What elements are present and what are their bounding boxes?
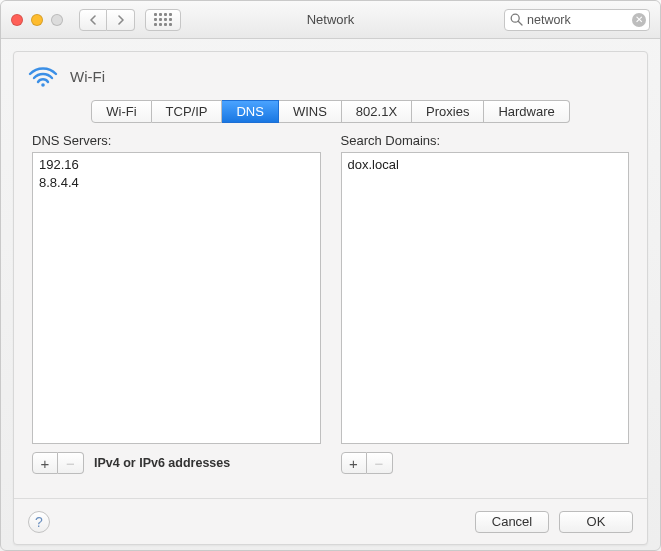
remove-domain-button: −	[367, 452, 393, 474]
tab-8021x[interactable]: 802.1X	[342, 100, 412, 123]
add-dns-button[interactable]: +	[32, 452, 58, 474]
tab-proxies[interactable]: Proxies	[412, 100, 484, 123]
content-columns: DNS Servers: 192.16 8.8.4.4 + − IPv4 or …	[14, 133, 647, 474]
dns-list-controls: + − IPv4 or IPv6 addresses	[32, 452, 321, 474]
wifi-icon	[28, 64, 58, 88]
settings-sheet: Wi-Fi Wi-Fi TCP/IP DNS WINS 802.1X Proxi…	[13, 51, 648, 545]
domains-add-remove: + −	[341, 452, 393, 474]
tab-wins[interactable]: WINS	[279, 100, 342, 123]
add-domain-button[interactable]: +	[341, 452, 367, 474]
tab-tcpip[interactable]: TCP/IP	[152, 100, 223, 123]
search-domains-label: Search Domains:	[341, 133, 630, 148]
window-controls	[11, 14, 63, 26]
tabs: Wi-Fi TCP/IP DNS WINS 802.1X Proxies Har…	[91, 100, 570, 123]
x-icon: ✕	[635, 15, 643, 25]
chevron-left-icon	[89, 15, 97, 25]
forward-button[interactable]	[107, 9, 135, 31]
close-window-button[interactable]	[11, 14, 23, 26]
nav-back-forward	[79, 9, 135, 31]
bottom-bar: ? Cancel OK	[14, 498, 647, 544]
tabbar: Wi-Fi TCP/IP DNS WINS 802.1X Proxies Har…	[14, 96, 647, 133]
search-container: ✕	[504, 9, 650, 31]
list-item[interactable]: dox.local	[348, 156, 623, 174]
cancel-button[interactable]: Cancel	[475, 511, 549, 533]
plus-icon: +	[349, 455, 358, 472]
help-button[interactable]: ?	[28, 511, 50, 533]
search-domains-column: Search Domains: dox.local + −	[341, 133, 630, 474]
dns-servers-list[interactable]: 192.16 8.8.4.4	[32, 152, 321, 444]
network-prefs-window: Network ✕ Wi-Fi Wi-Fi TCP/IP DNS WIN	[0, 0, 661, 551]
plus-icon: +	[41, 455, 50, 472]
dns-servers-column: DNS Servers: 192.16 8.8.4.4 + − IPv4 or …	[32, 133, 321, 474]
minus-icon: −	[375, 455, 384, 472]
grid-icon	[154, 13, 172, 26]
domains-list-controls: + −	[341, 452, 630, 474]
search-domains-list[interactable]: dox.local	[341, 152, 630, 444]
dns-servers-label: DNS Servers:	[32, 133, 321, 148]
chevron-right-icon	[117, 15, 125, 25]
tab-wifi[interactable]: Wi-Fi	[91, 100, 151, 123]
svg-line-1	[518, 21, 522, 25]
list-item[interactable]: 8.8.4.4	[39, 174, 314, 192]
connection-header: Wi-Fi	[14, 52, 647, 96]
ok-button[interactable]: OK	[559, 511, 633, 533]
tab-dns[interactable]: DNS	[222, 100, 278, 123]
search-input[interactable]	[504, 9, 650, 31]
zoom-window-button	[51, 14, 63, 26]
svg-point-2	[41, 83, 45, 87]
clear-search-button[interactable]: ✕	[632, 13, 646, 27]
minimize-window-button[interactable]	[31, 14, 43, 26]
show-all-button[interactable]	[145, 9, 181, 31]
dns-hint: IPv4 or IPv6 addresses	[94, 456, 230, 470]
question-icon: ?	[35, 514, 43, 530]
titlebar: Network ✕	[1, 1, 660, 39]
list-item[interactable]: 192.16	[39, 156, 314, 174]
tab-hardware[interactable]: Hardware	[484, 100, 569, 123]
remove-dns-button: −	[58, 452, 84, 474]
minus-icon: −	[66, 455, 75, 472]
dns-add-remove: + −	[32, 452, 84, 474]
connection-name: Wi-Fi	[70, 68, 105, 85]
search-icon	[510, 13, 523, 26]
back-button[interactable]	[79, 9, 107, 31]
